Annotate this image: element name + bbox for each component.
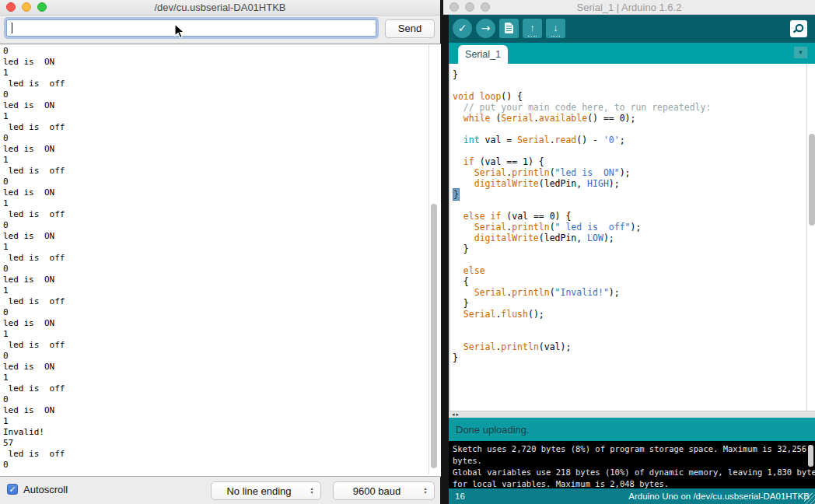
window-resize-handle[interactable] bbox=[804, 493, 815, 504]
verify-button[interactable]: ✓ bbox=[453, 19, 472, 38]
tab-menu-button[interactable]: ▼ bbox=[794, 47, 807, 58]
autoscroll-label: Autoscroll bbox=[23, 484, 68, 495]
open-sketch-button[interactable]: ↑ bbox=[523, 19, 542, 38]
ide-tabbar: Serial_1 ▼ bbox=[449, 43, 815, 64]
ide-titlebar: Serial_1 | Arduino 1.6.2 bbox=[443, 0, 815, 15]
board-port-info: Arduino Uno on /dev/cu.usbserial-DA01HTK… bbox=[628, 492, 810, 501]
serial-monitor-titlebar: /dev/cu.usbserial-DA01HTKB bbox=[0, 0, 440, 16]
serial-output-scrollbar-track bbox=[428, 44, 429, 474]
tab-serial-1[interactable]: Serial_1 bbox=[458, 45, 508, 64]
screen: /dev/cu.usbserial-DA01HTKB Send 0 led is… bbox=[0, 0, 815, 504]
serial-monitor-title: /dev/cu.usbserial-DA01HTKB bbox=[0, 2, 440, 13]
ide-status-message-bar: Done uploading. bbox=[449, 418, 815, 441]
serial-output-scrollbar-thumb[interactable] bbox=[431, 204, 437, 468]
editor-horizontal-scrollbar[interactable]: ◂▸ bbox=[449, 411, 815, 418]
upload-button[interactable]: → bbox=[476, 19, 495, 38]
hscroll-arrows-icon: ◂▸ bbox=[452, 411, 460, 418]
ide-toolbar: ✓ → ↑ ↓ bbox=[449, 15, 815, 43]
autoscroll-checkbox[interactable]: ✓ bbox=[7, 484, 18, 495]
ide-console: Sketch uses 2,720 bytes (8%) of program … bbox=[449, 441, 815, 488]
console-scrollbar-thumb[interactable] bbox=[808, 445, 813, 467]
serial-monitor-button[interactable] bbox=[790, 20, 807, 37]
status-message: Done uploading. bbox=[456, 424, 530, 436]
serial-output-text: 0 led is ON 1 led is off 0 led is ON 1 l… bbox=[0, 44, 441, 477]
magnifier-icon bbox=[790, 20, 807, 37]
stepper-arrows-icon: ▴ ▾ bbox=[306, 487, 320, 495]
baud-rate-value: 9600 baud bbox=[334, 485, 420, 497]
send-button[interactable]: Send bbox=[385, 19, 435, 38]
editor-scrollbar-thumb[interactable] bbox=[809, 134, 815, 226]
serial-send-input[interactable] bbox=[6, 19, 376, 37]
right-arrow-icon: → bbox=[481, 22, 491, 34]
ide-title: Serial_1 | Arduino 1.6.2 bbox=[443, 2, 815, 13]
serial-monitor-window: /dev/cu.usbserial-DA01HTKB Send 0 led is… bbox=[0, 0, 440, 504]
up-arrow-icon: ↑ bbox=[528, 20, 537, 37]
code-editor[interactable]: } void loop() { // put your main code he… bbox=[449, 64, 815, 411]
current-line-number: 16 bbox=[455, 492, 465, 501]
text-caret bbox=[12, 23, 12, 33]
down-arrow-icon: ↓ bbox=[551, 20, 560, 37]
document-icon bbox=[505, 23, 513, 33]
checkmark-icon: ✓ bbox=[458, 22, 467, 34]
arduino-ide-window: Serial_1 | Arduino 1.6.2 ✓ → ↑ ↓ bbox=[443, 0, 815, 504]
chevron-down-icon: ▼ bbox=[798, 49, 804, 56]
new-sketch-button[interactable] bbox=[499, 19, 519, 38]
stepper-arrows-icon: ▴ ▾ bbox=[420, 487, 434, 495]
line-ending-select[interactable]: No line ending ▴ ▾ bbox=[211, 481, 321, 500]
save-sketch-button[interactable]: ↓ bbox=[546, 19, 565, 38]
baud-rate-select[interactable]: 9600 baud ▴ ▾ bbox=[333, 481, 435, 500]
editor-scrollbar-track bbox=[806, 64, 807, 411]
code-text: } void loop() { // put your main code he… bbox=[453, 69, 711, 363]
ide-statusbar: 16 Arduino Uno on /dev/cu.usbserial-DA01… bbox=[449, 488, 815, 504]
mouse-cursor bbox=[174, 23, 185, 39]
line-ending-value: No line ending bbox=[212, 485, 306, 497]
console-text: Sketch uses 2,720 bytes (8%) of program … bbox=[449, 441, 815, 492]
